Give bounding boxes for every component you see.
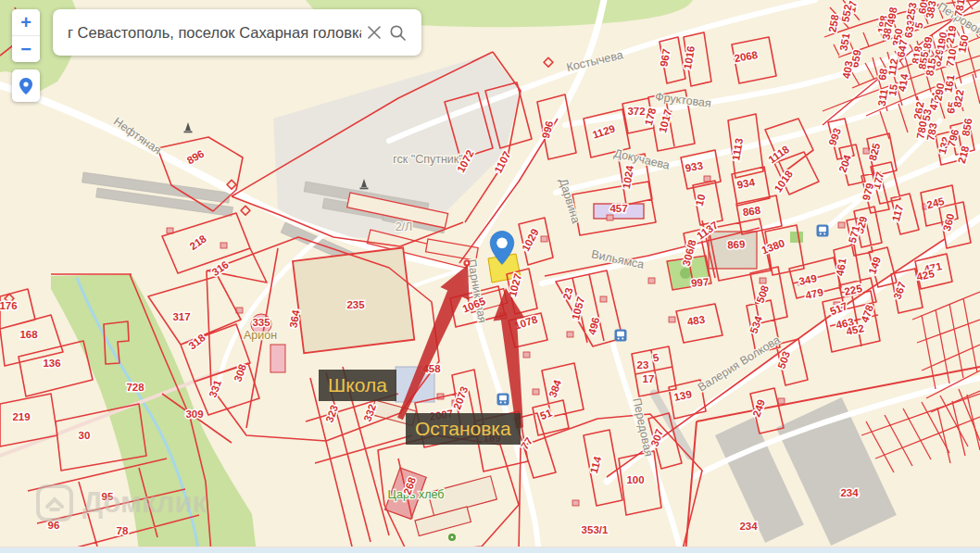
map-application: НефтянаяКостычеваФруктоваяДокучаеваДарви… — [0, 0, 980, 553]
parcel-label: 30 — [79, 430, 91, 441]
parcel-label: 309 — [185, 408, 203, 420]
parcel-label: 372 — [627, 106, 645, 117]
place-label: 2/Л — [396, 220, 413, 233]
parcel-label: 728 — [126, 382, 144, 393]
zoom-out-button[interactable]: − — [12, 36, 40, 62]
parcel-label: 100 — [626, 474, 644, 485]
search-bar — [53, 9, 421, 56]
parcel-label: 168 — [19, 329, 38, 340]
parcel-label: 23 — [637, 359, 649, 371]
clear-search-button[interactable] — [363, 23, 385, 42]
parcel-label: 95 — [102, 491, 114, 502]
parcel-label: 335 — [252, 317, 270, 328]
geolocate-pin-icon — [19, 77, 33, 95]
parcel-label: 219 — [12, 411, 30, 422]
parcel-label: 235 — [346, 299, 365, 310]
place-label: гск "Спутник" — [393, 153, 462, 166]
parcel-label: 176 — [0, 300, 18, 311]
parcel-label: 234 — [739, 521, 758, 532]
search-icon — [389, 24, 407, 42]
parcel-label: 78 — [117, 525, 129, 536]
search-input[interactable] — [66, 23, 363, 43]
parcel-label: 96 — [48, 520, 60, 531]
parcel-label: 997 — [691, 276, 710, 289]
parcel-label: 317 — [172, 311, 190, 322]
parcel-label: 234 — [840, 487, 859, 498]
place-label: Арион — [244, 329, 277, 342]
bus-stop-icon[interactable] — [615, 330, 627, 342]
callout-school: Школа — [319, 370, 396, 401]
entrance-poi-icon — [463, 259, 470, 266]
zoom-in-button[interactable]: + — [12, 9, 40, 35]
bus-stop-icon[interactable] — [497, 394, 509, 406]
parcel-label: 869 — [727, 239, 746, 251]
zoom-control: + − — [12, 9, 40, 62]
close-icon — [367, 25, 382, 40]
parcel-label: 17 — [643, 373, 655, 384]
geolocate-button[interactable] — [12, 69, 40, 102]
search-submit-button[interactable] — [385, 22, 410, 44]
parcel-label: 457 — [609, 203, 627, 214]
map-canvas[interactable]: НефтянаяКостычеваФруктоваяДокучаеваДарви… — [0, 0, 980, 553]
parcel-label: 136 — [43, 358, 60, 369]
parcel-label: 353/1 — [582, 524, 609, 535]
bus-stop-icon[interactable] — [817, 225, 829, 237]
poi-icon — [448, 534, 456, 541]
place-label: Царь хлеб — [388, 488, 445, 501]
bottom-strip — [0, 547, 980, 553]
callout-bus-stop: Остановка — [406, 413, 521, 445]
